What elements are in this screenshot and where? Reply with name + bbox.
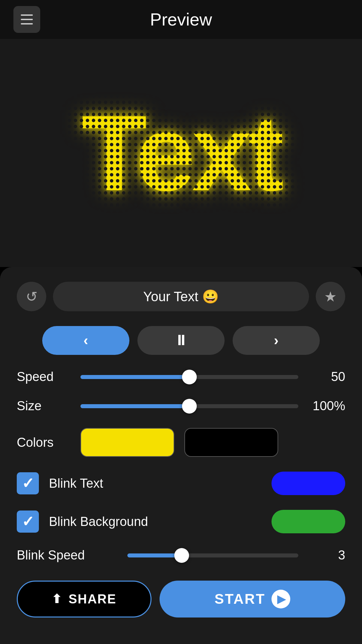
blink-text-row: ✓ Blink Text xyxy=(17,472,345,495)
speed-value: 50 xyxy=(308,370,345,384)
speed-label: Speed xyxy=(17,370,70,384)
secondary-color-swatch[interactable] xyxy=(184,428,278,457)
blink-text-checkbox[interactable]: ✓ xyxy=(17,472,39,494)
blink-text-color-swatch[interactable] xyxy=(272,472,345,495)
menu-button[interactable] xyxy=(13,6,40,33)
blink-background-row: ✓ Blink Background xyxy=(17,510,345,533)
play-circle: ▶ xyxy=(272,590,290,608)
hamburger-icon xyxy=(21,14,33,24)
start-label: START xyxy=(215,591,265,607)
led-preview-text: Text xyxy=(81,99,281,207)
prev-button[interactable]: ‹ xyxy=(42,326,129,355)
next-button[interactable]: › xyxy=(233,326,320,355)
text-input[interactable] xyxy=(53,282,309,311)
blink-speed-row: Blink Speed 3 xyxy=(17,548,345,562)
blink-speed-label: Blink Speed xyxy=(17,548,117,562)
pause-button[interactable]: ⏸ xyxy=(137,326,225,355)
next-icon: › xyxy=(274,332,279,348)
text-input-row: ↺ ★ xyxy=(17,282,345,311)
prev-icon: ‹ xyxy=(83,332,88,348)
pause-icon: ⏸ xyxy=(174,332,188,348)
bottom-buttons: ⬆ SHARE START ▶ xyxy=(17,581,345,618)
star-icon: ★ xyxy=(324,288,337,305)
share-icon: ⬆ xyxy=(52,592,62,606)
size-slider[interactable] xyxy=(80,404,298,408)
blink-speed-slider[interactable] xyxy=(127,553,298,557)
favorite-button[interactable]: ★ xyxy=(316,282,345,311)
history-icon: ↺ xyxy=(26,288,38,305)
play-icon: ▶ xyxy=(277,593,287,605)
blink-speed-value: 3 xyxy=(308,548,345,562)
history-button[interactable]: ↺ xyxy=(17,282,46,311)
size-value: 100% xyxy=(308,399,345,413)
blink-background-label: Blink Background xyxy=(49,515,261,529)
colors-label: Colors xyxy=(17,435,70,450)
blink-background-checkbox[interactable]: ✓ xyxy=(17,511,39,533)
blink-background-color-swatch[interactable] xyxy=(272,510,345,533)
speed-row: Speed 50 xyxy=(17,370,345,384)
header: Preview xyxy=(0,0,362,39)
page-title: Preview xyxy=(150,9,212,30)
speed-slider[interactable] xyxy=(80,375,298,379)
nav-buttons: ‹ ⏸ › xyxy=(17,326,345,355)
controls-panel: ↺ ★ ‹ ⏸ › Speed 50 Size 100% Col xyxy=(0,267,362,644)
checkmark-icon: ✓ xyxy=(22,476,34,491)
share-button[interactable]: ⬆ SHARE xyxy=(17,581,152,618)
start-button[interactable]: START ▶ xyxy=(160,581,345,618)
checkmark-icon: ✓ xyxy=(22,514,34,529)
colors-row: Colors xyxy=(17,428,345,457)
led-preview: Text xyxy=(0,39,362,267)
share-label: SHARE xyxy=(68,592,116,606)
size-row: Size 100% xyxy=(17,399,345,413)
size-label: Size xyxy=(17,399,70,413)
primary-color-swatch[interactable] xyxy=(80,428,174,457)
blink-text-label: Blink Text xyxy=(49,476,261,491)
